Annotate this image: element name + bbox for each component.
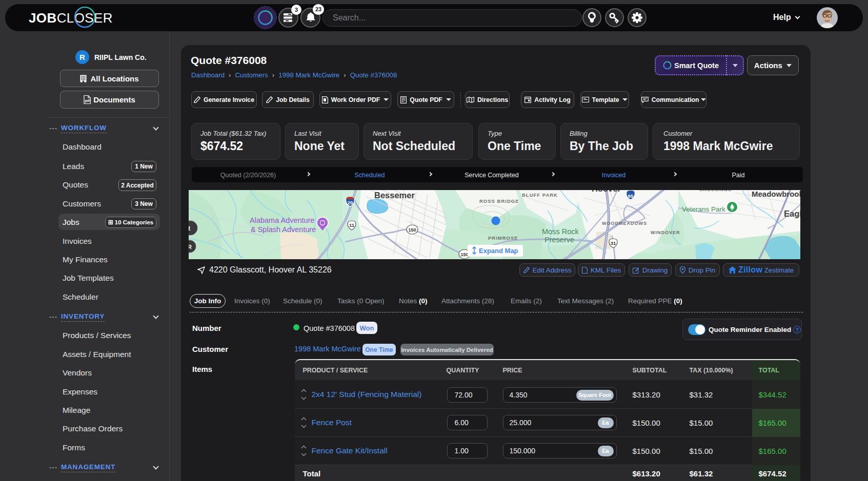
svg-text:t: t — [189, 225, 190, 232]
svg-text:pdf: pdf — [85, 99, 91, 103]
svg-text:20: 20 — [348, 200, 353, 205]
svg-text:WOODMEADOWS: WOODMEADOWS — [602, 221, 647, 226]
svg-text:WINDOVER: WINDOVER — [651, 230, 680, 235]
svg-text:Moss Rock: Moss Rock — [542, 227, 579, 236]
svg-text:Expand Map: Expand Map — [479, 247, 518, 255]
svg-text:Bessemer: Bessemer — [374, 191, 415, 200]
svg-text:150: 150 — [408, 227, 416, 233]
svg-text:Eagle: Eagle — [784, 209, 800, 218]
svg-text:Preserve: Preserve — [544, 236, 574, 244]
svg-text:Meadowbrook: Meadowbrook — [752, 190, 800, 198]
svg-text:Hoover: Hoover — [592, 190, 621, 193]
svg-text:150: 150 — [460, 252, 468, 257]
svg-text:Veterans Park: Veterans Park — [682, 205, 725, 213]
svg-text:11: 11 — [349, 222, 355, 228]
svg-text:& Splash Adventure: & Splash Adventure — [251, 225, 316, 234]
svg-text:65: 65 — [628, 193, 634, 199]
svg-text:CROSSINGS: CROSSINGS — [699, 190, 732, 192]
svg-text:ROSS BRIDGE: ROSS BRIDGE — [479, 198, 519, 204]
svg-text:R: R — [189, 244, 192, 250]
svg-text:BLUFF PARK: BLUFF PARK — [522, 192, 558, 198]
svg-text:Alabama Adventure: Alabama Adventure — [250, 216, 315, 224]
svg-text:31: 31 — [611, 240, 616, 246]
svg-text:PRIMROSE: PRIMROSE — [488, 235, 518, 241]
